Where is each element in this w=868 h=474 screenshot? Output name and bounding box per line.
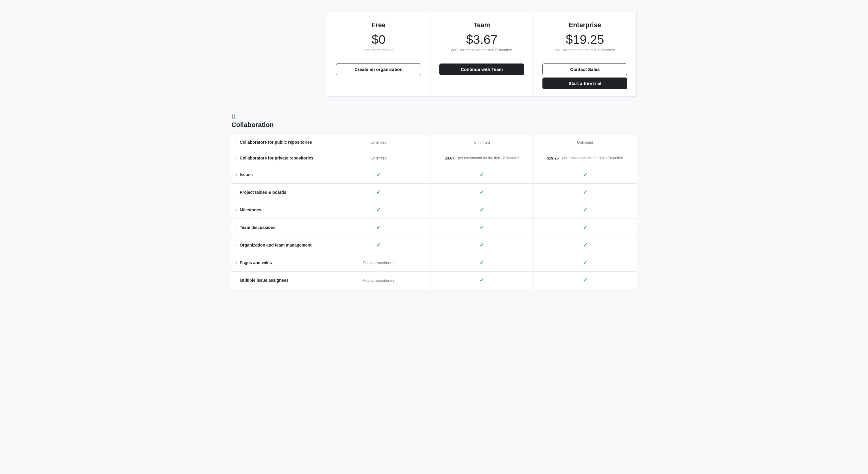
- collab-header-enterprise: [533, 110, 637, 132]
- feature-name-label: Milestones: [240, 207, 261, 212]
- feature-value-enterprise: ✓: [533, 166, 637, 183]
- chevron-right-icon: ›: [236, 208, 238, 212]
- collaboration-section: ⟨⟩ Collaboration › Collaborators for pub…: [231, 106, 637, 289]
- empty-corner: [231, 12, 327, 97]
- check-icon: ✓: [583, 171, 587, 178]
- check-icon: ✓: [583, 259, 587, 266]
- price-inline-row: $3.67 per user/month for the first 12 mo…: [445, 156, 519, 160]
- chevron-right-icon: ›: [236, 140, 238, 144]
- table-row: › Milestones✓✓✓: [231, 201, 637, 218]
- free-plan-price: $0: [336, 32, 421, 47]
- feature-value-enterprise: Unlimited: [533, 135, 637, 150]
- feature-value-team: ✓: [430, 254, 533, 271]
- table-row: › Multiple issue assigneesPublic reposit…: [231, 271, 637, 289]
- feature-value-free: ✓: [327, 201, 430, 218]
- feature-value-free: ✓: [327, 236, 430, 254]
- feature-name-cell[interactable]: › Pages and wikis: [231, 254, 327, 271]
- table-row: › Team discussions✓✓✓: [231, 218, 637, 236]
- enterprise-plan-name: Enterprise: [542, 21, 627, 29]
- feature-value-text: Unlimited: [371, 140, 386, 145]
- check-icon: ✓: [583, 277, 587, 284]
- start-free-trial-button[interactable]: Start a free trial: [542, 78, 627, 89]
- feature-name-cell[interactable]: › Milestones: [231, 201, 327, 218]
- check-icon: ✓: [376, 224, 381, 231]
- feature-value-free: ✓: [327, 166, 430, 183]
- check-icon: ✓: [583, 224, 587, 231]
- feature-name-cell[interactable]: › Organization and team management: [231, 236, 327, 254]
- chevron-right-icon: ›: [236, 190, 238, 194]
- price-inline-block: $3.67 per user/month for the first 12 mo…: [445, 156, 519, 160]
- collab-header-free: [327, 110, 430, 132]
- feature-value-enterprise: ✓: [533, 254, 637, 271]
- pricing-container: Free $0 per month forever Create an orga…: [225, 0, 643, 301]
- check-icon: ✓: [376, 171, 381, 178]
- price-inline-block: $19.25 per user/month for the first 12 m…: [547, 156, 623, 160]
- free-plan-header: Free $0 per month forever Create an orga…: [327, 12, 430, 97]
- feature-value-enterprise: ✓: [533, 236, 637, 254]
- check-icon: ✓: [479, 207, 484, 213]
- collaboration-section-title: Collaboration: [231, 121, 327, 129]
- table-row: › Collaborators for private repositories…: [231, 150, 637, 166]
- feature-name-label: Issues: [240, 172, 253, 177]
- contact-sales-button[interactable]: Contact Sales: [542, 63, 627, 75]
- feature-value-free: Public repositories: [327, 254, 430, 271]
- check-icon: ✓: [479, 224, 484, 231]
- chevron-right-icon: ›: [236, 226, 238, 229]
- feature-value-enterprise: $19.25 per user/month for the first 12 m…: [533, 150, 637, 166]
- feature-name-cell[interactable]: › Project tables & boards: [231, 184, 327, 201]
- feature-value-free: Public repositories: [327, 272, 430, 289]
- feature-name-label: Project tables & boards: [240, 190, 286, 195]
- check-icon: ✓: [376, 242, 381, 248]
- check-icon: ✓: [583, 242, 587, 248]
- chevron-right-icon: ›: [236, 278, 238, 282]
- feature-value-enterprise: ✓: [533, 184, 637, 201]
- check-icon: ✓: [376, 207, 381, 213]
- table-row: › Pages and wikisPublic repositories✓✓: [231, 254, 637, 271]
- feature-value-free: Unlimited: [327, 150, 430, 166]
- table-row: › Collaborators for public repositoriesU…: [231, 134, 637, 150]
- price-note-inline: per user/month for the first 12 months*: [458, 156, 519, 160]
- plan-headers: Free $0 per month forever Create an orga…: [231, 12, 637, 97]
- price-note-inline: per user/month for the first 12 months*: [562, 156, 623, 160]
- feature-value-free: ✓: [327, 184, 430, 201]
- free-plan-name: Free: [336, 21, 421, 29]
- feature-name-label: Collaborators for private repositories: [240, 156, 313, 160]
- feature-name-label: Multiple issue assignees: [240, 278, 289, 283]
- check-icon: ✓: [583, 207, 587, 213]
- feature-value-text: Unlimited: [371, 156, 386, 160]
- collaboration-icon: ⟨⟩: [231, 113, 236, 120]
- feature-value-enterprise: ✓: [533, 272, 637, 289]
- create-org-button[interactable]: Create an organization: [336, 63, 421, 75]
- feature-name-cell[interactable]: › Collaborators for public repositories: [231, 135, 327, 150]
- check-icon: ✓: [479, 171, 484, 178]
- price-inline-value: $3.67: [445, 156, 455, 160]
- feature-value-enterprise: ✓: [533, 219, 637, 236]
- feature-name-cell[interactable]: › Collaborators for private repositories: [231, 150, 327, 166]
- check-icon: ✓: [479, 189, 484, 196]
- feature-value-team: ✓: [430, 184, 533, 201]
- team-plan-name: Team: [439, 21, 525, 29]
- price-inline-value: $19.25: [547, 156, 559, 160]
- feature-value-team: ✓: [430, 236, 533, 254]
- enterprise-plan-price-note: per user/month for the first 12 months*: [542, 48, 627, 58]
- chevron-right-icon: ›: [236, 156, 238, 160]
- feature-name-cell[interactable]: › Team discussions: [231, 219, 327, 236]
- feature-name-cell[interactable]: › Multiple issue assignees: [231, 272, 327, 289]
- feature-name-label: Organization and team management: [240, 243, 312, 247]
- feature-name-cell[interactable]: › Issues: [231, 166, 327, 183]
- free-plan-price-note: per month forever: [336, 48, 421, 58]
- check-icon: ✓: [583, 189, 587, 196]
- team-plan-price: $3.67: [439, 32, 525, 47]
- enterprise-plan-price: $19.25: [542, 32, 627, 47]
- continue-team-button[interactable]: Continue with Team: [439, 63, 525, 75]
- feature-name-label: Pages and wikis: [240, 260, 272, 265]
- team-plan-header: Team $3.67 per user/month for the first …: [430, 12, 533, 97]
- table-row: › Issues✓✓✓: [231, 166, 637, 183]
- feature-value-free: Unlimited: [327, 135, 430, 150]
- check-icon: ✓: [479, 259, 484, 266]
- check-icon: ✓: [479, 242, 484, 248]
- feature-value-team: ✓: [430, 272, 533, 289]
- chevron-right-icon: ›: [236, 243, 238, 247]
- check-icon: ✓: [376, 189, 381, 196]
- collaboration-icon-area: ⟨⟩: [231, 113, 327, 120]
